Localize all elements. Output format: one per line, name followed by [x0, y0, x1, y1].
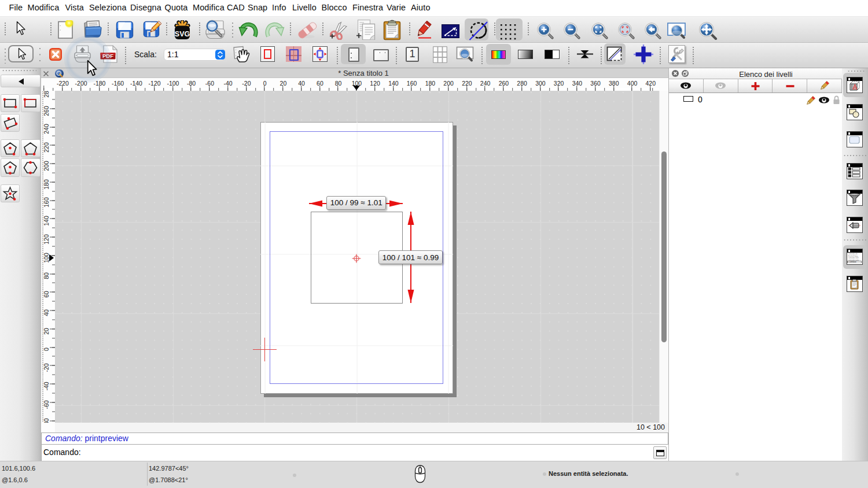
svg-text:Fischer3 linea: Fischer3 linea	[848, 255, 858, 257]
svg-text:SVG: SVG	[175, 30, 190, 38]
svg-text:c command: c command	[848, 261, 856, 263]
svg-text:Comando 1043: Comando 1043	[848, 257, 859, 259]
svg-text:Comando nume: Comando nume	[848, 259, 859, 261]
svg-text:Comando abc: Comando abc	[848, 253, 858, 255]
svg-text:PDF: PDF	[102, 53, 113, 59]
